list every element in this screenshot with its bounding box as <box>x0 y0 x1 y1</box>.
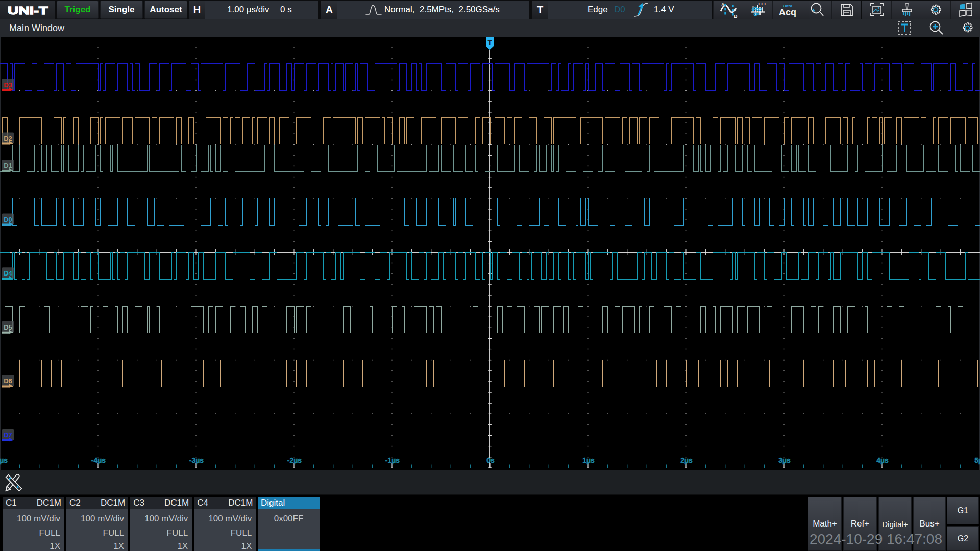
svg-text:-2µs: -2µs <box>287 456 302 464</box>
svg-text:-4µs: -4µs <box>91 456 106 464</box>
svg-text:D1: D1 <box>4 162 12 169</box>
svg-text:5µs: 5µs <box>974 456 980 464</box>
svg-text:FFT: FFT <box>759 2 767 6</box>
svg-text:4µs: 4µs <box>876 456 889 464</box>
svg-text:0s: 0s <box>486 456 495 464</box>
svg-text:D0: D0 <box>4 216 12 223</box>
svg-text:D6: D6 <box>4 377 12 385</box>
svg-text:D4: D4 <box>4 269 12 277</box>
svg-text:1µs: 1µs <box>582 456 595 464</box>
svg-text:-3µs: -3µs <box>189 456 204 464</box>
svg-text:-1µs: -1µs <box>385 456 400 464</box>
svg-text:3µs: 3µs <box>778 456 791 464</box>
svg-text:-5µs: -5µs <box>0 456 8 464</box>
svg-text:D5: D5 <box>4 323 12 331</box>
svg-text:2µs: 2µs <box>680 456 693 464</box>
svg-text:D3: D3 <box>4 81 12 89</box>
svg-text:Acq: Acq <box>779 7 796 17</box>
svg-text:A: A <box>721 2 725 7</box>
svg-text:T: T <box>488 39 492 46</box>
svg-text:UNI-T: UNI-T <box>8 4 48 17</box>
svg-text:D7: D7 <box>4 431 12 439</box>
svg-text:D2: D2 <box>4 135 12 142</box>
svg-text:B: B <box>734 14 738 19</box>
